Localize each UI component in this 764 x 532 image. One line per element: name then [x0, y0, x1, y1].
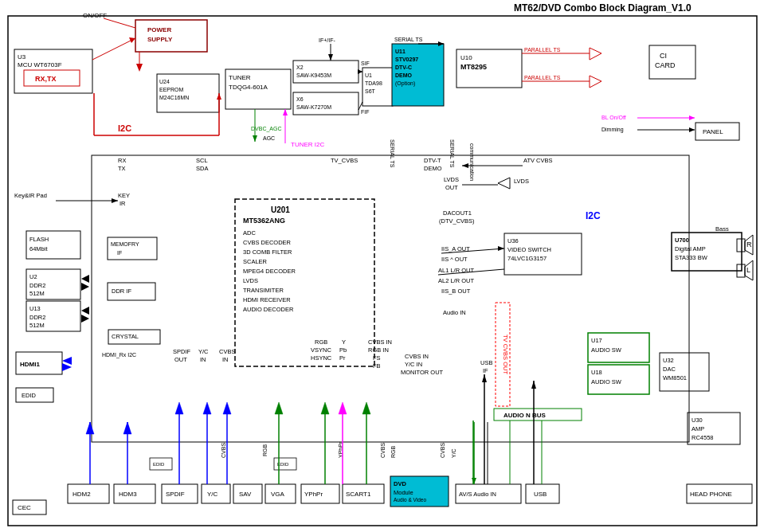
svg-text:U24: U24	[159, 79, 170, 84]
svg-text:TV_CVBS: TV_CVBS	[331, 157, 358, 164]
svg-text:512M: 512M	[29, 322, 45, 329]
svg-text:DDR2: DDR2	[29, 314, 45, 321]
svg-text:SUPPLY: SUPPLY	[147, 36, 173, 43]
svg-text:HEAD PHONE: HEAD PHONE	[690, 491, 732, 498]
svg-text:DEMO: DEMO	[424, 165, 442, 172]
svg-text:ATV CVBS: ATV CVBS	[523, 157, 553, 164]
svg-text:STV0297: STV0297	[395, 57, 418, 62]
svg-text:SIF: SIF	[361, 61, 370, 66]
svg-text:PARALLEL TS: PARALLEL TS	[524, 75, 561, 80]
svg-text:HSYNC: HSYNC	[311, 354, 332, 362]
svg-text:TDA98: TDA98	[365, 80, 382, 86]
svg-text:EEPROM: EEPROM	[159, 87, 184, 92]
svg-text:SDA: SDA	[196, 165, 208, 172]
svg-text:WM8501: WM8501	[663, 374, 687, 381]
svg-text:DEMO: DEMO	[395, 72, 413, 78]
audio-n-bus-label: AUDIO N BUS	[503, 412, 547, 419]
svg-text:CVBS: CVBS	[440, 443, 445, 458]
svg-text:X2: X2	[296, 65, 304, 70]
svg-text:IF: IF	[483, 367, 488, 374]
svg-text:YPhPr: YPhPr	[304, 491, 323, 498]
svg-text:MEMOFRY: MEMOFRY	[111, 241, 139, 247]
svg-text:RGB: RGB	[390, 446, 396, 459]
svg-text:IN: IN	[222, 356, 229, 363]
svg-text:OUT: OUT	[445, 184, 458, 191]
svg-text:74LVC1G3157: 74LVC1G3157	[507, 255, 547, 262]
svg-text:LVDS: LVDS	[514, 178, 529, 185]
svg-text:RGB: RGB	[262, 444, 268, 457]
svg-text:Dimming: Dimming	[601, 127, 624, 133]
svg-text:U17: U17	[591, 337, 602, 344]
svg-text:SERIAL TS: SERIAL TS	[449, 139, 455, 168]
svg-text:R: R	[746, 241, 752, 248]
power-supply-label: POWER	[147, 26, 171, 33]
main-svg: MT62/DVD Combo Block Diagram_V1.0 POWER …	[0, 0, 764, 532]
svg-text:IF+/IF-: IF+/IF-	[319, 37, 335, 43]
svg-text:SPDIF: SPDIF	[173, 348, 191, 355]
svg-text:KEY: KEY	[118, 192, 130, 199]
svg-text:MT5362ANG: MT5362ANG	[243, 217, 285, 225]
svg-text:HDM3: HDM3	[119, 491, 137, 498]
svg-text:U3: U3	[18, 53, 26, 61]
svg-text:CVBS IN: CVBS IN	[405, 353, 429, 360]
svg-text:Bass: Bass	[715, 225, 729, 233]
svg-text:DDR IF: DDR IF	[112, 288, 131, 295]
svg-text:CI: CI	[660, 52, 667, 60]
svg-text:CRYSTAL: CRYSTAL	[112, 333, 139, 340]
svg-text:OUT: OUT	[174, 356, 187, 363]
svg-text:HDMI RECEIVER: HDMI RECEIVER	[243, 296, 291, 303]
svg-text:BL On/Off: BL On/Off	[601, 115, 626, 120]
svg-text:CVBS DECODER: CVBS DECODER	[243, 239, 292, 246]
svg-text:MCU WT6703F: MCU WT6703F	[18, 61, 62, 68]
svg-text:DVD: DVD	[394, 480, 406, 487]
svg-text:X6: X6	[296, 96, 304, 102]
i2c-blue-label: I2C	[586, 210, 601, 221]
svg-text:IF: IF	[117, 250, 122, 256]
svg-text:AV/S Audio IN: AV/S Audio IN	[459, 491, 496, 498]
svg-text:U700: U700	[675, 237, 689, 244]
svg-text:Key&IR Pad: Key&IR Pad	[14, 192, 47, 199]
svg-text:CVBS IN: CVBS IN	[368, 338, 392, 346]
svg-text:(DTV_CVBS): (DTV_CVBS)	[439, 217, 475, 225]
i2c-label: I2C	[118, 123, 131, 133]
svg-text:U201: U201	[271, 205, 290, 214]
svg-text:AMP: AMP	[692, 425, 704, 432]
svg-text:FIF: FIF	[361, 109, 370, 115]
svg-text:RX,TX: RX,TX	[35, 75, 57, 83]
svg-text:IR: IR	[119, 200, 126, 207]
svg-text:TRANSIMITER: TRANSIMITER	[243, 287, 284, 294]
svg-text:MONITOR OUT: MONITOR OUT	[401, 369, 444, 376]
svg-text:DVBC_AGC: DVBC_AGC	[251, 126, 282, 132]
svg-text:SERIAL TS: SERIAL TS	[390, 139, 395, 168]
svg-text:VIDEO SWITCH: VIDEO SWITCH	[507, 246, 551, 253]
svg-text:TUNER I2C: TUNER I2C	[291, 141, 324, 148]
svg-text:STA333 BW: STA333 BW	[675, 254, 708, 261]
svg-text:VGA: VGA	[271, 491, 285, 498]
svg-text:SCALER: SCALER	[243, 258, 268, 265]
svg-text:CVBS: CVBS	[221, 443, 226, 458]
svg-text:AGC: AGC	[263, 135, 275, 141]
onoff-label: ON/OFF	[83, 12, 107, 19]
svg-text:RC4558: RC4558	[692, 434, 714, 441]
svg-text:SAW-K7270M: SAW-K7270M	[296, 104, 331, 110]
svg-text:EDID: EDID	[153, 462, 165, 467]
svg-text:RX: RX	[118, 157, 126, 164]
svg-text:U18: U18	[591, 369, 602, 376]
svg-text:PARALLEL TS: PARALLEL TS	[524, 47, 561, 53]
svg-text:SAV: SAV	[239, 491, 252, 498]
svg-text:Audio & Video: Audio & Video	[394, 497, 426, 503]
svg-text:DACOUT1: DACOUT1	[443, 209, 472, 217]
svg-text:512M: 512M	[29, 290, 45, 297]
svg-text:64Mbit: 64Mbit	[29, 245, 48, 252]
svg-text:Y/C: Y/C	[207, 491, 218, 498]
svg-text:IN: IN	[200, 356, 206, 363]
svg-text:SCL: SCL	[196, 157, 208, 164]
svg-text:CVBS: CVBS	[219, 348, 235, 355]
svg-text:AL2 L/R OUT: AL2 L/R OUT	[438, 277, 474, 284]
svg-text:TUNER: TUNER	[229, 74, 251, 81]
svg-text:TX: TX	[118, 165, 126, 172]
svg-text:U36: U36	[507, 237, 519, 244]
svg-text:ADC: ADC	[243, 229, 256, 237]
svg-text:U13: U13	[29, 305, 41, 312]
svg-text:AUDIO SW: AUDIO SW	[591, 346, 622, 354]
